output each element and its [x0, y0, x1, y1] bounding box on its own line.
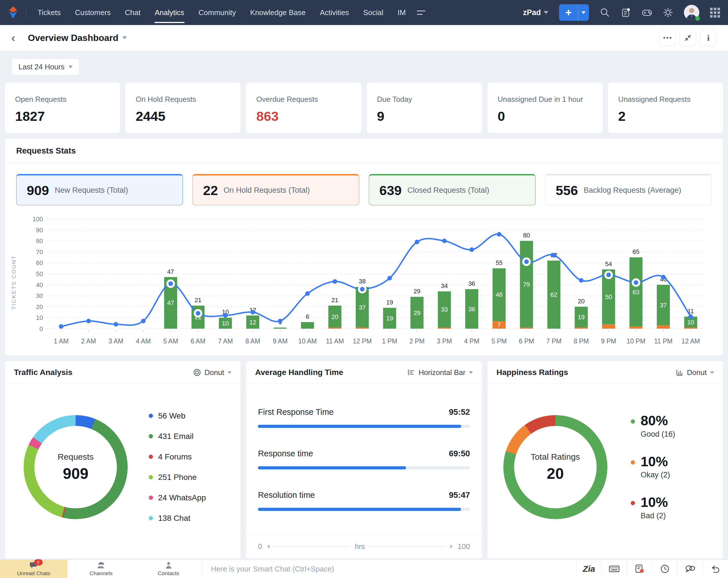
svg-text:30: 30 [36, 292, 43, 299]
title-dropdown-caret[interactable] [122, 36, 127, 39]
kpi-card-unassigned-due-in-1-hour[interactable]: Unassigned Due in 1 hour 0 [487, 82, 603, 133]
legend-item-okay-2[interactable]: 10% Okay (2) [631, 455, 675, 479]
search-icon[interactable] [600, 7, 610, 18]
apps-grid-icon[interactable] [710, 8, 720, 18]
page-title: Overview Dashboard [28, 33, 118, 43]
happiness-chart-type-dropdown[interactable]: Donut [676, 368, 714, 377]
nav-item-knowledge-base[interactable]: Knowledge Base [243, 0, 313, 25]
games-icon[interactable] [642, 7, 652, 18]
kpi-label: On Hold Requests [136, 95, 230, 104]
nav-item-social[interactable]: Social [356, 0, 390, 25]
kpi-value: 9 [377, 108, 472, 124]
legend-dot [631, 501, 635, 505]
chat-tab-channels[interactable]: Channels [68, 560, 135, 578]
y-axis-label: TICKETS COUNT [11, 240, 17, 325]
nav-item-community[interactable]: Community [191, 0, 243, 25]
keyboard-icon[interactable] [601, 560, 627, 578]
summary-card-closed-requests-total[interactable]: 639 Closed Requests (Total) [369, 174, 536, 205]
aht-row-response-time[interactable]: Response time 69:50 [258, 449, 470, 469]
menu-lines-icon[interactable] [417, 0, 426, 25]
brand-logo[interactable] [0, 6, 26, 19]
filter-row: Last 24 Hours [0, 51, 728, 78]
svg-text:100: 100 [32, 215, 43, 222]
svg-text:21: 21 [331, 296, 338, 304]
time-range-label: Last 24 Hours [19, 62, 64, 71]
more-icon[interactable] [659, 30, 676, 46]
svg-text:33: 33 [441, 306, 448, 313]
doc-alert-icon[interactable] [627, 560, 652, 578]
legend-dot [149, 496, 153, 500]
legend-label: 4 Forums [158, 452, 192, 462]
info-icon[interactable]: i [700, 30, 717, 46]
legend-item-4-forums[interactable]: 4 Forums [149, 452, 206, 462]
add-button[interactable]: + [559, 4, 589, 21]
add-dropdown-caret[interactable] [578, 4, 589, 21]
aht-label: First Response Time [258, 408, 334, 417]
legend-item-251-phone[interactable]: 251 Phone [149, 473, 206, 482]
kpi-label: Unassigned Requests [618, 95, 713, 104]
feeds-icon[interactable] [621, 7, 631, 18]
nav-item-analytics[interactable]: Analytics [148, 0, 191, 25]
nav-item-customers[interactable]: Customers [68, 0, 118, 25]
svg-text:11 PM: 11 PM [654, 338, 673, 345]
aht-value: 95:47 [449, 491, 470, 500]
kpi-card-due-today[interactable]: Due Today 9 [367, 82, 482, 133]
chat-tab-label: Channels [89, 570, 112, 577]
chevron-down-icon [544, 11, 548, 14]
svg-text:34: 34 [441, 282, 448, 289]
summary-card-on-hold-requests-total[interactable]: 22 On Hold Requests (Total) [192, 174, 359, 205]
legend-item-138-chat[interactable]: 138 Chat [149, 514, 206, 523]
collapse-icon[interactable] [680, 30, 696, 46]
nav-right: zPad + [523, 4, 728, 21]
traffic-donut-chart[interactable]: Requests 909 [24, 415, 128, 519]
plus-icon[interactable]: + [559, 4, 578, 21]
happiness-donut-chart[interactable]: Total Ratings 20 [503, 415, 607, 519]
svg-text:5 AM: 5 AM [163, 338, 178, 345]
kpi-card-on-hold-requests[interactable]: On Hold Requests 2445 [125, 82, 241, 133]
legend-item-56-web[interactable]: 56 Web [149, 412, 206, 420]
aht-chart-type-dropdown[interactable]: Horizontal Bar [407, 368, 473, 377]
svg-text:10 PM: 10 PM [626, 338, 645, 345]
legend-item-bad-2[interactable]: 10% Bad (2) [631, 495, 675, 520]
summary-card-new-requests-total[interactable]: 909 New Requests (Total) [16, 174, 183, 205]
aht-row-resolution-time[interactable]: Resolution time 95:47 [258, 491, 470, 511]
legend-item-24-whatsapp[interactable]: 24 WhatsApp [149, 493, 206, 502]
svg-text:10 AM: 10 AM [298, 338, 317, 345]
kpi-card-overdue-requests[interactable]: Overdue Requests 863 [246, 82, 361, 133]
nav-item-chat[interactable]: Chat [118, 0, 148, 25]
settings-gear-icon[interactable] [663, 7, 673, 18]
traffic-chart-type-dropdown[interactable]: Donut [193, 368, 232, 377]
aht-bars: First Response Time 95:52 Response time … [246, 384, 482, 534]
aht-row-first-response-time[interactable]: First Response Time 95:52 [258, 408, 470, 428]
aht-track [258, 466, 470, 469]
nav-item-im[interactable]: IM [390, 0, 413, 25]
smart-chat-input[interactable] [202, 560, 576, 578]
summary-label: Closed Requests (Total) [407, 186, 489, 195]
svg-text:37: 37 [660, 301, 667, 309]
zpad-dropdown[interactable]: zPad [523, 8, 548, 17]
nav-item-tickets[interactable]: Tickets [30, 0, 68, 25]
svg-text:19: 19 [386, 315, 393, 322]
panel-title: Average Handling Time [255, 368, 343, 377]
legend-item-good-16[interactable]: 80% Good (16) [631, 414, 675, 439]
chats-icon[interactable] [677, 560, 703, 578]
reply-icon[interactable] [703, 560, 728, 578]
kpi-card-unassigned-requests[interactable]: Unassigned Requests 2 [608, 82, 724, 133]
svg-text:62: 62 [550, 291, 557, 298]
legend-dot [149, 414, 153, 418]
zia-icon[interactable]: Zia [576, 560, 601, 578]
clock-icon[interactable] [652, 560, 677, 578]
nav-item-activities[interactable]: Activities [313, 0, 356, 25]
traffic-legend: 56 Web 431 Email 4 Forums 251 Phone 24 W… [149, 412, 206, 523]
kpi-card-open-requests[interactable]: Open Requests 1827 [4, 82, 120, 133]
svg-text:20: 20 [36, 304, 43, 311]
axis-max: 100 [458, 542, 470, 551]
time-range-dropdown[interactable]: Last 24 Hours [11, 58, 80, 75]
avatar[interactable] [684, 5, 699, 20]
chat-tab-contacts[interactable]: Contacts [135, 560, 202, 578]
chat-tab-unread-chats[interactable]: 2 Unread Chats [0, 560, 68, 578]
combo-chart[interactable]: TICKETS COUNT 01020304050607080901001 AM… [5, 207, 723, 356]
legend-item-431-email[interactable]: 431 Email [149, 432, 206, 441]
summary-card-backlog-requests-average[interactable]: 556 Backlog Requests (Average) [545, 174, 712, 205]
combo-chart-svg[interactable]: 01020304050607080901001 AM2 AM3 AM4 AM5 … [28, 214, 710, 350]
